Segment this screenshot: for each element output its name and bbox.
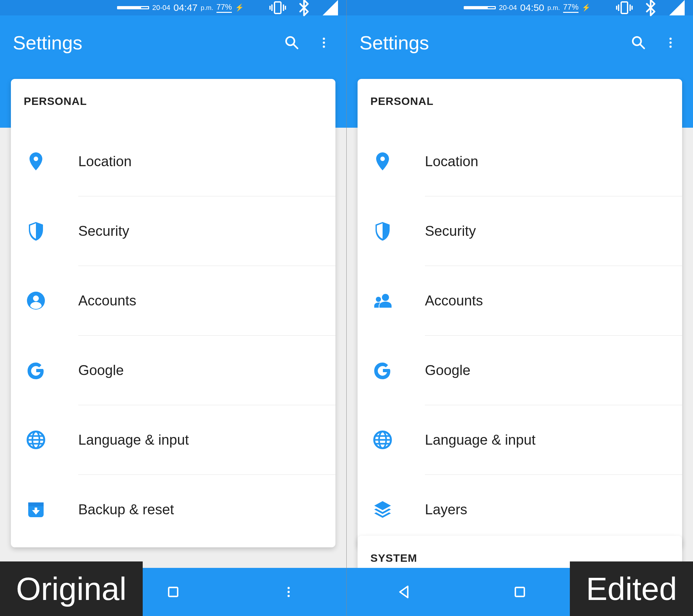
nav-recent-button[interactable] [507, 579, 533, 605]
status-battery-pct: 77% [563, 3, 578, 13]
caption-edited: Edited [570, 561, 693, 616]
settings-row-google[interactable]: Google [358, 335, 682, 405]
bluetooth-icon [640, 0, 661, 18]
page-title: Settings [359, 32, 616, 54]
bluetooth-icon [294, 0, 314, 18]
row-label: Location [425, 153, 478, 169]
vibrate-icon [268, 0, 288, 18]
google-g-icon [372, 360, 393, 381]
more-vert-icon [281, 585, 296, 599]
nav-menu-button[interactable] [276, 579, 301, 605]
app-bar: Settings [346, 15, 693, 70]
status-ampm: p.m. [548, 4, 560, 12]
status-time: 04:47 [174, 2, 198, 13]
section-header-personal: PERSONAL [358, 79, 682, 127]
location-pin-icon [372, 151, 393, 172]
charging-icon: ⚡ [582, 3, 590, 12]
settings-row-location[interactable]: Location [11, 127, 335, 196]
search-icon [283, 34, 300, 51]
charging-icon: ⚡ [235, 3, 244, 12]
vibrate-icon [614, 0, 635, 18]
row-label: Backup & reset [78, 501, 174, 518]
layers-icon [372, 499, 393, 520]
row-label: Language & input [425, 432, 536, 448]
settings-row-language[interactable]: Language & input [11, 405, 335, 475]
settings-row-backup[interactable]: Backup & reset [11, 475, 335, 544]
row-label: Security [78, 223, 129, 239]
search-icon [630, 34, 647, 51]
settings-card-personal: PERSONAL Location Security Accounts Goog… [358, 79, 682, 547]
battery-bar-icon [117, 6, 149, 9]
nav-back-button[interactable] [392, 579, 417, 605]
square-icon [164, 583, 182, 601]
row-label: Accounts [425, 293, 483, 309]
status-date: 20-04 [152, 3, 170, 12]
shield-icon [372, 221, 393, 241]
search-button[interactable] [282, 33, 301, 52]
settings-row-language[interactable]: Language & input [358, 405, 682, 475]
settings-row-security[interactable]: Security [358, 196, 682, 266]
overflow-menu-button[interactable] [661, 33, 680, 52]
row-label: Google [425, 362, 471, 378]
section-header-system: SYSTEM [370, 552, 417, 564]
globe-icon [372, 429, 393, 450]
square-icon [511, 583, 529, 601]
settings-row-accounts[interactable]: Accounts [11, 266, 335, 335]
row-label: Language & input [78, 432, 189, 448]
row-label: Accounts [78, 293, 136, 309]
page-title: Settings [13, 32, 270, 54]
section-header-personal: PERSONAL [11, 79, 335, 127]
app-bar: Settings [0, 15, 346, 70]
shield-icon [26, 221, 46, 241]
overflow-menu-button[interactable] [314, 33, 334, 52]
status-battery-pct: 77% [216, 3, 232, 13]
status-bar: 20-04 04:50 p.m. 77% ⚡ [346, 0, 693, 15]
row-label: Location [78, 153, 132, 169]
signal-icon [320, 0, 341, 18]
archive-down-icon [26, 499, 46, 520]
settings-row-security[interactable]: Security [11, 196, 335, 266]
status-time: 04:50 [520, 2, 544, 13]
row-label: Google [78, 362, 124, 378]
nav-recent-button[interactable] [160, 579, 186, 605]
settings-row-layers[interactable]: Layers [358, 475, 682, 544]
status-date: 20-04 [499, 3, 517, 12]
search-button[interactable] [629, 33, 648, 52]
signal-icon [667, 0, 687, 18]
row-label: Security [425, 223, 476, 239]
settings-row-google[interactable]: Google [11, 335, 335, 405]
location-pin-icon [26, 151, 46, 172]
people-icon [372, 290, 393, 311]
phone-edited: 20-04 04:50 p.m. 77% ⚡ Settings PERSONAL [346, 0, 693, 616]
phone-original: 20-04 04:47 p.m. 77% ⚡ Settings PERSONAL [0, 0, 346, 616]
settings-card-personal: PERSONAL Location Security Accounts Goog… [11, 79, 335, 547]
more-vert-icon [317, 36, 331, 50]
status-bar: 20-04 04:47 p.m. 77% ⚡ [0, 0, 346, 15]
battery-bar-icon [464, 6, 496, 9]
back-triangle-icon [395, 583, 413, 601]
globe-icon [26, 429, 46, 450]
row-label: Layers [425, 501, 467, 518]
status-ampm: p.m. [201, 4, 213, 12]
caption-original: Original [0, 561, 143, 616]
more-vert-icon [664, 36, 678, 50]
google-g-icon [26, 360, 46, 381]
person-circle-icon [26, 290, 46, 311]
settings-row-accounts[interactable]: Accounts [358, 266, 682, 335]
settings-row-location[interactable]: Location [358, 127, 682, 196]
